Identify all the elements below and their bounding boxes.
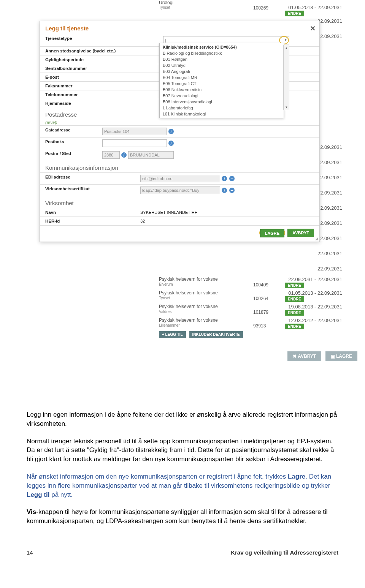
bg-date: 01.05.2013 - 22.09.2031 — [288, 5, 342, 10]
inherited-label: (arvet) — [40, 119, 319, 125]
dropdown-option[interactable]: B03 Angiografi — [160, 68, 284, 74]
document-title-footer: Krav og veiledning til Adresseregisteret — [231, 549, 338, 556]
bg-date: 22.09.2031 — [317, 144, 342, 150]
info-icon[interactable]: i — [168, 129, 174, 134]
resize-handle-icon[interactable]: ◢ — [315, 236, 318, 240]
bg-date: 22.09.2031 — [317, 236, 342, 241]
bg-date: 22.09.2031 — [317, 18, 342, 24]
info-icon[interactable]: i — [222, 188, 227, 193]
endre-button[interactable]: ENDRE — [285, 324, 304, 329]
bg-date: 19.08.2013 - 22.09.2031 — [288, 304, 342, 310]
avbryt-button[interactable]: ✖ AVBRYT — [287, 351, 321, 361]
lagre-button[interactable]: LAGRE — [260, 229, 285, 237]
field-label: HER-id — [40, 217, 136, 225]
field-label: Annen stedsangivelse (bydel etc.) — [40, 47, 159, 55]
section-title-virksomhet: Virksomhet — [40, 196, 319, 208]
gateadresse-input[interactable] — [102, 128, 167, 135]
bg-date: 22.09.2031 — [317, 33, 342, 39]
field-label: Navn — [40, 208, 136, 217]
field-label: Gyldighetsperiode — [40, 55, 159, 64]
field-label: Faksnummer — [40, 82, 159, 90]
dropdown-option[interactable]: L Laboratoriefag — [160, 105, 284, 111]
lagre-button[interactable]: ▣ LAGRE — [325, 351, 357, 361]
bg-date: 22.09.2031 - 22.09.2031 — [288, 277, 342, 282]
page-number: 14 — [27, 549, 33, 556]
document-body-text: Legg inn egen informasjon i de åpne felt… — [0, 387, 365, 549]
bg-date: 12.03.2012 - 22.09.2031 — [288, 318, 342, 323]
inkluder-deaktiverte-button[interactable]: INKLUDER DEAKTIVERTE — [189, 331, 243, 338]
endre-button[interactable]: ENDRE — [285, 283, 304, 288]
screenshot-background: Urologi Tynset 100269 01.05.2013 - 22.09… — [0, 0, 365, 387]
endre-button[interactable]: ENDRE — [285, 310, 304, 316]
field-label: E-post — [40, 73, 159, 81]
bg-date: 22.09.2031 — [317, 175, 342, 180]
close-icon[interactable]: ✕ — [310, 24, 316, 33]
bg-date: 22.09.2031 — [317, 205, 342, 211]
info-icon[interactable]: i — [168, 141, 174, 146]
field-label: Gateadresse — [40, 126, 98, 137]
bg-date: 22.09.2031 — [317, 190, 342, 196]
tjenestetype-dropdown-list: Klinisk/medisinsk service (OID=8654) B R… — [159, 43, 284, 118]
endre-button[interactable]: ENDRE — [285, 11, 304, 16]
dropdown-option[interactable]: B08 Intervensjonsradiologi — [160, 99, 284, 105]
scroll-up-icon[interactable]: ▴ — [284, 45, 289, 51]
field-label: Sentralbordnummer — [40, 64, 159, 73]
dropdown-header: Klinisk/medisinsk service (OID=8654) — [160, 44, 284, 50]
dropdown-option[interactable]: B01 Røntgen — [160, 56, 284, 62]
legg-til-tjeneste-modal: Legg til tjeneste ✕ Tjenestetype | ▾ Kli… — [40, 21, 320, 242]
field-label-tjenestetype: Tjenestetype — [40, 34, 159, 46]
dropdown-option[interactable]: B05 Tomografi CT — [160, 81, 284, 87]
sted-input[interactable] — [128, 151, 174, 159]
dropdown-option[interactable]: B07 Nevroradiologi — [160, 93, 284, 99]
sertifikat-input[interactable] — [140, 187, 220, 194]
paragraph: Når ønsket informasjon om den nye kommun… — [27, 472, 338, 499]
field-label: Postnr / Sted — [40, 149, 98, 161]
dropdown-option[interactable]: B Radiologi og billeddiagnostikk — [160, 50, 284, 56]
paragraph: Normalt trenger teknisk personell tid ti… — [27, 437, 338, 464]
modal-title: Legg til tjeneste — [45, 25, 89, 32]
remove-icon[interactable]: − — [229, 188, 235, 193]
page-footer: 14 Krav og veiledning til Adresseregiste… — [0, 549, 365, 567]
chevron-down-icon[interactable]: ▾ — [285, 38, 287, 42]
bg-date: 22.09.2031 — [317, 220, 342, 226]
field-label: Virksomhetssertifikat — [40, 185, 136, 196]
virksomhet-navn-value: SYKEHUSET INNLANDET HF — [136, 208, 319, 217]
field-label: Telefonnummer — [40, 90, 159, 99]
field-label: EDI adresse — [40, 173, 136, 184]
her-id-value: 32 — [136, 217, 319, 225]
bg-date: 22.09.2031 — [317, 251, 342, 256]
scroll-down-icon[interactable]: ▾ — [284, 104, 289, 110]
avbryt-button[interactable]: AVBRYT — [287, 229, 314, 237]
scrollbar[interactable]: ▴ ▾ — [283, 45, 289, 110]
bg-date: 22.09.2031 — [317, 160, 342, 165]
postnr-input[interactable] — [102, 151, 120, 159]
info-icon[interactable]: i — [121, 152, 127, 158]
bg-date: 22.09.2031 — [317, 266, 342, 272]
lagre-highlight: LAGRE — [259, 229, 286, 237]
paragraph: Vis-knappen til høyre for kommunikasjons… — [27, 507, 338, 526]
section-title-kommunikasjon: Kommunikasjonsinformasjon — [40, 161, 319, 172]
dropdown-option[interactable]: B06 Nukleærmedisin — [160, 87, 284, 93]
dropdown-option[interactable]: L01 Klinisk farmakologi — [160, 111, 284, 117]
field-label: Postboks — [40, 138, 98, 149]
bg-date: 01.05.2013 - 22.09.2031 — [288, 290, 342, 296]
edi-adresse-input[interactable] — [140, 175, 220, 182]
info-icon[interactable]: i — [222, 176, 227, 181]
remove-icon[interactable]: − — [229, 176, 235, 181]
paragraph: Legg inn egen informasjon i de åpne felt… — [27, 410, 338, 428]
dropdown-option[interactable]: B02 Ultralyd — [160, 62, 284, 68]
postboks-input[interactable] — [102, 139, 167, 147]
endre-button[interactable]: ENDRE — [285, 296, 304, 302]
legg-til-button[interactable]: + LEGG TIL — [159, 331, 186, 338]
field-label: Hjemmeside — [40, 99, 159, 107]
dropdown-option[interactable]: B04 Tomografi MR — [160, 74, 284, 81]
